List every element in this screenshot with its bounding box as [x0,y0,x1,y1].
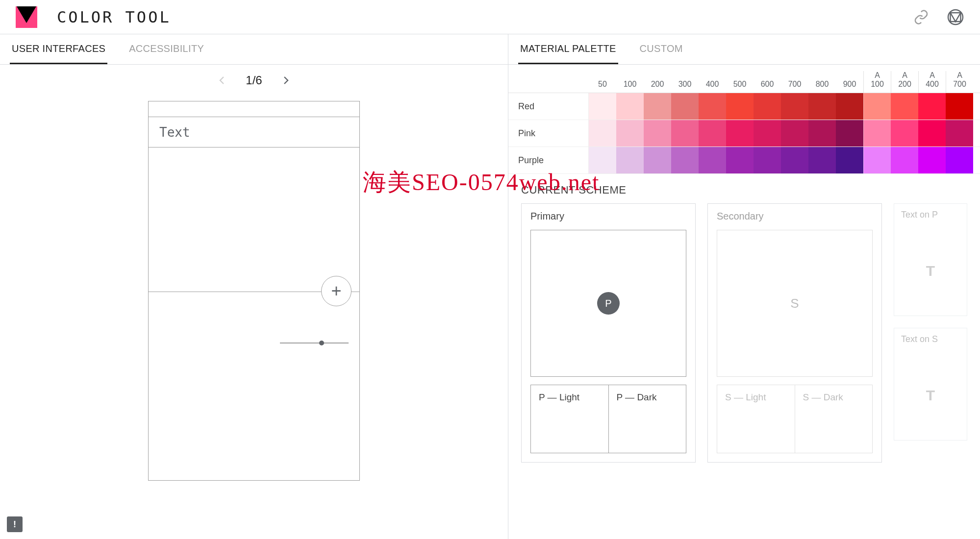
swatch-pink-a400[interactable] [918,120,946,147]
phone-appbar-title: Text [159,125,190,140]
primary-light[interactable]: P — Light [530,385,609,453]
shade-header-700: 700 [781,80,808,93]
tab-custom[interactable]: CUSTOM [638,34,685,64]
shade-header-900: 900 [836,80,863,93]
swatch-pink-500[interactable] [726,120,754,147]
text-on-s-title: Text on S [894,328,967,350]
accent-header-700: A700 [946,71,973,93]
shade-header-row: 50100200300400500600700800900A100A200A40… [508,65,980,93]
text-on-p-title: Text on P [894,204,967,226]
swatch-purple-a200[interactable] [891,147,918,173]
swatch-purple-a700[interactable] [946,147,973,173]
swatch-purple-400[interactable] [699,147,726,173]
swatch-pink-300[interactable] [671,120,699,147]
swatch-red-800[interactable] [808,93,836,120]
swatch-red-600[interactable] [754,93,781,120]
right-panel: MATERIAL PALETTE CUSTOM 5010020030040050… [508,34,980,539]
left-tabs: USER INTERFACES ACCESSIBILITY [0,34,508,65]
swatch-purple-900[interactable] [836,147,863,173]
app-title: COLOR TOOL [57,8,171,26]
swatch-purple-50[interactable] [589,147,616,173]
shade-header-100: 100 [616,80,644,93]
chevron-right-icon[interactable] [280,74,292,86]
swatch-pink-600[interactable] [754,120,781,147]
shade-header-300: 300 [671,80,699,93]
hue-label-pink: Pink [508,120,589,147]
shade-header-600: 600 [754,80,781,93]
text-on-primary-card[interactable]: Text on P T [894,203,967,316]
topbar-actions [913,8,964,26]
swatch-red-a100[interactable] [863,93,891,120]
swatch-purple-a400[interactable] [918,147,946,173]
swatch-pink-700[interactable] [781,120,808,147]
app-logo [16,6,37,28]
swatch-red-a700[interactable] [946,93,973,120]
swatch-purple-700[interactable] [781,147,808,173]
scheme-primary-hero: P [530,230,686,377]
fab-button[interactable]: + [321,276,352,306]
swatch-pink-400[interactable] [699,120,726,147]
swatch-red-400[interactable] [699,93,726,120]
shade-header-200: 200 [644,80,671,93]
chevron-left-icon[interactable] [216,74,228,86]
swatch-red-500[interactable] [726,93,754,120]
feedback-button[interactable]: ! [7,516,23,532]
accent-header-100: A100 [863,71,891,93]
slider-thumb[interactable] [319,341,324,345]
phone-preview: Text + [148,101,360,481]
preview-pager: 1/6 [0,65,508,96]
tab-accessibility[interactable]: ACCESSIBILITY [127,34,206,64]
left-panel: USER INTERFACES ACCESSIBILITY 1/6 Text + [0,34,508,539]
phone-status-bar [149,101,359,117]
swatch-red-a400[interactable] [918,93,946,120]
swatch-red-300[interactable] [671,93,699,120]
scheme-card-primary[interactable]: Primary P P — Light P — Dark [521,203,696,463]
scheme-secondary-title: Secondary [708,204,881,225]
swatch-pink-800[interactable] [808,120,836,147]
swatch-red-200[interactable] [644,93,671,120]
current-scheme-title: CURRENT SCHEME [508,174,980,203]
tab-user-interfaces[interactable]: USER INTERFACES [10,34,107,64]
primary-dark[interactable]: P — Dark [609,385,687,453]
swatch-red-900[interactable] [836,93,863,120]
phone-slider[interactable] [280,343,349,343]
swatch-purple-300[interactable] [671,147,699,173]
swatch-pink-a100[interactable] [863,120,891,147]
swatch-pink-50[interactable] [589,120,616,147]
swatch-pink-a200[interactable] [891,120,918,147]
swatch-red-700[interactable] [781,93,808,120]
shade-header-800: 800 [808,80,836,93]
text-on-p-glyph: T [894,226,967,316]
swatch-purple-a100[interactable] [863,147,891,173]
swatch-pink-100[interactable] [616,120,644,147]
text-on-secondary-card[interactable]: Text on S T [894,328,967,441]
swatch-purple-200[interactable] [644,147,671,173]
swatch-purple-600[interactable] [754,147,781,173]
swatch-purple-100[interactable] [616,147,644,173]
shade-header-400: 400 [699,80,726,93]
material-design-icon[interactable] [947,8,964,26]
phone-app-bar: Text [149,117,359,147]
plus-icon: + [331,281,341,301]
link-icon[interactable] [913,9,929,25]
hue-row-pink: Pink [508,120,980,147]
swatch-purple-500[interactable] [726,147,754,173]
swatch-red-100[interactable] [616,93,644,120]
swatch-red-a200[interactable] [891,93,918,120]
secondary-dark[interactable]: S — Dark [795,385,873,453]
primary-badge: P [597,292,620,315]
right-tabs: MATERIAL PALETTE CUSTOM [508,34,980,65]
top-bar: COLOR TOOL [0,0,980,34]
tab-material-palette[interactable]: MATERIAL PALETTE [518,34,618,64]
shade-header-50: 50 [589,80,616,93]
swatch-pink-900[interactable] [836,120,863,147]
hue-label-red: Red [508,93,589,120]
swatch-pink-200[interactable] [644,120,671,147]
scheme-card-secondary[interactable]: Secondary S S — Light S — Dark [707,203,882,463]
secondary-light[interactable]: S — Light [717,385,795,453]
swatch-pink-a700[interactable] [946,120,973,147]
secondary-badge: S [783,292,806,315]
swatch-red-50[interactable] [589,93,616,120]
text-on-s-glyph: T [894,350,967,440]
swatch-purple-800[interactable] [808,147,836,173]
